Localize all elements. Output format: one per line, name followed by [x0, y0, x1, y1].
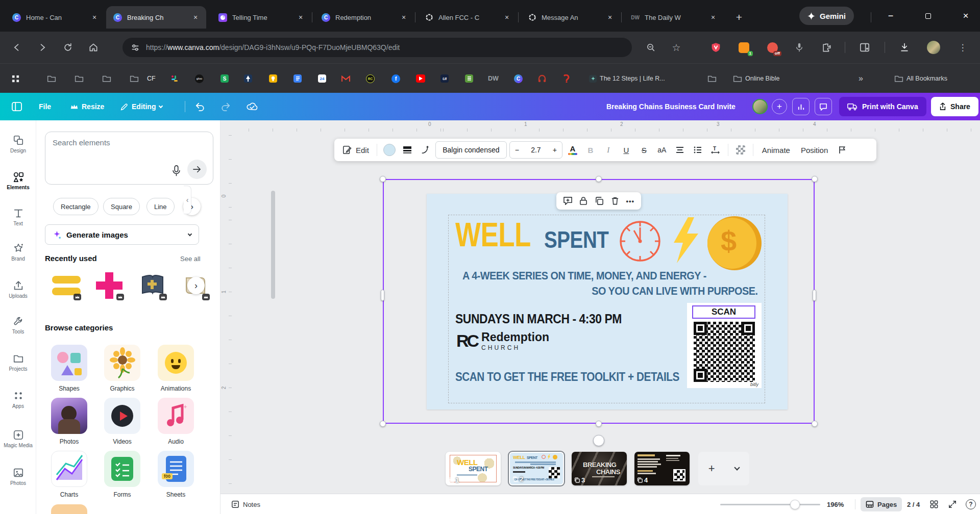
bookmark-subsplash[interactable]: S: [220, 74, 229, 83]
curve-text-button[interactable]: [418, 142, 433, 158]
tab-close-icon[interactable]: ×: [295, 12, 306, 23]
alignment-button[interactable]: [672, 142, 688, 158]
generate-images-button[interactable]: Generate images: [45, 224, 199, 245]
add-page-button[interactable]: +: [708, 462, 715, 475]
bookmark-docs[interactable]: [293, 74, 302, 83]
site-info-icon[interactable]: [131, 43, 140, 52]
tab-close-icon[interactable]: ×: [604, 12, 616, 23]
browser-menu-kebab[interactable]: ⋮: [955, 40, 970, 55]
sidebar-item-design[interactable]: Design: [0, 135, 36, 153]
chip-rectangle[interactable]: Rectangle: [53, 198, 99, 215]
bookmark-gloo[interactable]: gloo: [195, 74, 204, 83]
bookmark-calendar[interactable]: 24: [318, 74, 326, 83]
help-button[interactable]: ?: [966, 494, 976, 514]
fill-color-swatch[interactable]: [382, 142, 397, 158]
grid-view-button[interactable]: [930, 494, 938, 514]
font-size-increase[interactable]: +: [553, 146, 557, 154]
editing-mode-menu[interactable]: Editing: [120, 93, 162, 120]
category-tile-videos[interactable]: [104, 398, 140, 434]
font-family-selector[interactable]: Balgin condensed: [435, 141, 507, 159]
chip-line[interactable]: Line: [146, 198, 175, 215]
share-button[interactable]: Share: [931, 93, 978, 120]
tab-home[interactable]: C Home - Can ×: [5, 6, 105, 29]
resize-menu[interactable]: Resize: [70, 93, 104, 120]
tab-breaking-chains[interactable]: C Breaking Ch ×: [106, 6, 206, 29]
category-tile-audio[interactable]: [158, 398, 194, 434]
rotate-handle[interactable]: [593, 435, 604, 446]
bookmark-facebook[interactable]: f: [391, 74, 400, 83]
bookmark-ui[interactable]: UI: [440, 74, 449, 83]
sidebar-item-projects[interactable]: Projects: [0, 353, 36, 372]
side-panel-icon[interactable]: [857, 40, 872, 55]
sidebar-item-elements[interactable]: Elements: [0, 171, 36, 190]
bookmark-12-steps[interactable]: The 12 Steps | Life R...: [589, 74, 665, 83]
microphone-extension-icon[interactable]: [792, 40, 806, 55]
comments-button[interactable]: [815, 93, 832, 120]
chip-square[interactable]: Square: [103, 198, 140, 215]
text-case-button[interactable]: aA: [654, 142, 670, 158]
file-menu[interactable]: File: [39, 93, 51, 120]
reload-button[interactable]: [59, 39, 77, 56]
bookmark-folder[interactable]: [707, 74, 717, 83]
card-cta[interactable]: SCAN TO GET THE FREE TOOLKIT + DETAILS: [455, 370, 679, 384]
category-tile-shapes[interactable]: [51, 345, 87, 381]
flag-style-button[interactable]: [835, 142, 850, 158]
category-tile-forms[interactable]: [104, 451, 140, 487]
notes-button[interactable]: Notes: [231, 494, 260, 514]
all-bookmarks[interactable]: All Bookmarks: [894, 74, 947, 83]
transparency-button[interactable]: [733, 142, 748, 158]
selection-handle-sw[interactable]: [380, 421, 386, 427]
underline-button[interactable]: U: [619, 142, 634, 158]
page-zoom-icon[interactable]: [642, 39, 659, 56]
voice-search-icon[interactable]: [172, 165, 181, 177]
strikethrough-button[interactable]: S: [636, 142, 652, 158]
add-collaborator-button[interactable]: +: [772, 93, 787, 120]
recent-element-pink-cross[interactable]: [93, 269, 126, 302]
selection-handle-e[interactable]: [813, 290, 816, 301]
position-button[interactable]: Position: [797, 146, 832, 155]
search-input[interactable]: [53, 138, 165, 147]
stroke-weight-button[interactable]: [400, 142, 415, 158]
zoom-slider-track[interactable]: [720, 504, 820, 505]
panel-collapse-handle[interactable]: ‹: [184, 186, 191, 214]
lock-icon[interactable]: [579, 196, 587, 205]
bookmark-dw[interactable]: DW: [488, 74, 499, 83]
extensions-puzzle-icon[interactable]: [819, 40, 834, 55]
search-elements-box[interactable]: [45, 132, 213, 185]
browser-avatar[interactable]: [926, 40, 941, 55]
font-size-stepper[interactable]: − 2.7 +: [509, 141, 562, 159]
sidebar-item-brand[interactable]: Brand: [0, 243, 36, 262]
sidebar-item-text[interactable]: Text: [0, 208, 36, 226]
tab-close-icon[interactable]: ×: [707, 12, 719, 23]
bookmark-rc[interactable]: RC: [366, 74, 375, 83]
redo-button[interactable]: [220, 93, 231, 120]
bookmark-canva[interactable]: C: [514, 74, 523, 83]
back-button[interactable]: [8, 39, 26, 56]
sidebar-item-tools[interactable]: Tools: [0, 316, 36, 335]
sidebar-item-magic-media[interactable]: Magic Media: [0, 429, 36, 448]
extension-orange-icon[interactable]: 1: [737, 40, 751, 55]
fullscreen-button[interactable]: [948, 494, 957, 514]
tab-daily-w[interactable]: DW The Daily W ×: [624, 6, 724, 29]
selection-handle-s[interactable]: [596, 421, 602, 427]
tab-close-icon[interactable]: ×: [89, 12, 100, 23]
apps-grid-icon[interactable]: [11, 74, 20, 83]
recent-element-bible[interactable]: [136, 269, 168, 302]
card-headline-spent[interactable]: SPENT: [544, 225, 608, 253]
bookmark-cf[interactable]: CF: [147, 74, 156, 83]
bookmark-bulb[interactable]: [269, 74, 277, 83]
bookmark-youtube[interactable]: [416, 74, 425, 83]
search-submit-button[interactable]: [187, 160, 207, 179]
italic-button[interactable]: I: [601, 142, 616, 158]
panel-scrollbar[interactable]: [271, 191, 275, 299]
duplicate-icon[interactable]: [595, 196, 604, 205]
card-headline-well[interactable]: WELL: [455, 215, 531, 254]
bookmark-folder[interactable]: [130, 74, 139, 83]
more-options-icon[interactable]: •••: [626, 197, 634, 205]
bookmarks-overflow-chevron[interactable]: »: [859, 74, 863, 83]
qr-panel[interactable]: SCAN bitly: [687, 303, 762, 388]
extension-shield-icon[interactable]: [708, 40, 723, 55]
category-tile-sheets[interactable]: f00: [158, 451, 194, 487]
tab-telling-time[interactable]: Telling Time ×: [211, 6, 311, 29]
new-tab-button[interactable]: +: [731, 9, 747, 25]
